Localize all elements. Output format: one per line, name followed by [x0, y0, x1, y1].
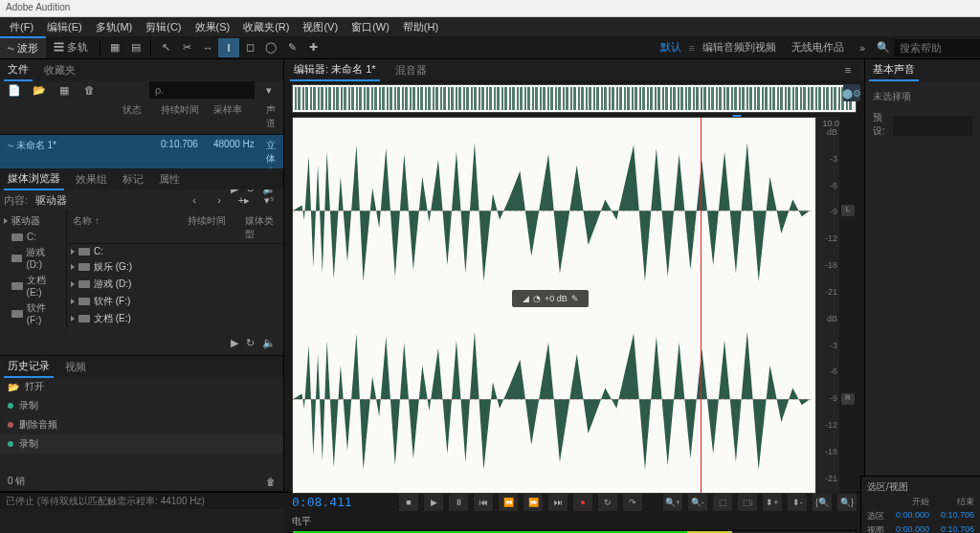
move-tool-icon[interactable]: ↖ — [155, 38, 176, 57]
menu-favorites[interactable]: 收藏夹(R) — [237, 18, 295, 36]
heal-tool-icon[interactable]: ✚ — [302, 38, 323, 57]
tab-markers[interactable]: 标记 — [119, 169, 147, 189]
menu-edit[interactable]: 编辑(E) — [41, 18, 88, 36]
menu-view[interactable]: 视图(V) — [297, 18, 344, 36]
help-search-input[interactable] — [894, 39, 980, 56]
tab-files[interactable]: 文件 — [4, 59, 33, 81]
list-item[interactable]: 游戏 (D:) — [69, 276, 281, 293]
skip-selection-button[interactable]: ↷ — [623, 494, 642, 511]
menu-effects[interactable]: 效果(S) — [189, 18, 236, 36]
menu-window[interactable]: 窗口(W) — [345, 18, 395, 36]
zoom-out-v-icon[interactable]: ⬍- — [788, 494, 807, 511]
files-search-input[interactable] — [149, 81, 255, 99]
marquee-tool-icon[interactable]: ◻ — [239, 38, 260, 57]
main-toolbar: ⏦ 波形 ☰ 多轨 ▦ ▤ ↖ ✂ ↔ I ◻ ◯ ✎ ✚ 默认 ≡ 编辑音频到… — [0, 36, 980, 59]
tree-f[interactable]: 软件 (F:) — [2, 300, 64, 327]
zoom-out-icon[interactable]: 🔍- — [688, 494, 707, 511]
import-icon[interactable]: 🗑 — [78, 80, 100, 100]
workspace-radio[interactable]: 无线电作品 — [784, 40, 852, 55]
editor-menu-icon[interactable]: ≡ — [837, 60, 858, 79]
zoom-out-point-icon[interactable]: 🔍} — [837, 494, 857, 511]
autoplay-icon[interactable]: 🔈 — [262, 337, 276, 349]
nav-up-icon[interactable]: +▸ — [234, 190, 255, 210]
hud-pin-icon: ✎ — [571, 294, 579, 303]
timecode-display[interactable]: 0:08.411 — [292, 495, 388, 509]
play-button[interactable]: ▶ — [424, 494, 443, 511]
tab-essential-sound[interactable]: 基本声音 — [869, 59, 919, 81]
selection-end[interactable]: 0:10.706 — [937, 510, 974, 522]
zoom-full-icon[interactable]: ⬚ — [713, 494, 732, 511]
spectral-pitch-icon[interactable]: ▤ — [125, 38, 146, 57]
left-channel-badge[interactable]: L — [841, 205, 855, 216]
filter-icon[interactable]: ▾ — [258, 80, 279, 100]
loop-icon[interactable]: ↻ — [246, 337, 255, 349]
tree-drives[interactable]: 驱动器 — [2, 212, 64, 230]
play-icon[interactable]: ▶ — [231, 337, 238, 349]
workspace-edit-audio-to-video[interactable]: 编辑音频到视频 — [695, 40, 784, 55]
menu-clip[interactable]: 剪辑(C) — [140, 18, 187, 36]
nav-fwd-icon[interactable]: › — [209, 190, 230, 210]
record-file-icon[interactable]: ▦ — [54, 80, 75, 100]
view-end[interactable]: 0:10.706 — [937, 524, 974, 533]
menu-help[interactable]: 帮助(H) — [397, 18, 444, 36]
tab-video[interactable]: 视频 — [61, 357, 90, 377]
channel-settings-icon[interactable]: ⬤⚙ — [843, 84, 860, 101]
brush-tool-icon[interactable]: ✎ — [281, 38, 302, 57]
stop-button[interactable]: ■ — [399, 494, 418, 511]
browser-filter-icon[interactable]: ▾ˢ — [258, 190, 279, 210]
loop-button[interactable]: ↻ — [598, 494, 617, 511]
view-start[interactable]: 0:00.000 — [892, 524, 929, 533]
forward-button[interactable]: ⏩ — [523, 494, 543, 511]
list-item[interactable]: 文档 (E:) — [69, 310, 281, 327]
record-button[interactable]: ● — [573, 494, 592, 511]
tree-c[interactable]: C: — [2, 230, 64, 244]
view-multitrack-tab[interactable]: ☰ 多轨 — [46, 37, 96, 57]
lasso-tool-icon[interactable]: ◯ — [260, 38, 281, 57]
content-value[interactable]: 驱动器 — [32, 193, 71, 208]
workspace-more-icon[interactable]: » — [852, 38, 873, 57]
tree-e[interactable]: 文档 (E:) — [2, 272, 64, 300]
tab-editor[interactable]: 编辑器: 未命名 1* — [290, 59, 380, 81]
history-item[interactable]: 📂打开 — [0, 377, 283, 396]
nav-back-icon[interactable]: ‹ — [184, 190, 205, 210]
menu-file[interactable]: 件(F) — [4, 18, 39, 36]
tree-d[interactable]: 游戏 (D:) — [2, 244, 64, 272]
tab-media-browser[interactable]: 媒体浏览器 — [4, 168, 64, 190]
tab-effects-rack[interactable]: 效果组 — [72, 169, 111, 189]
time-select-tool-icon[interactable]: I — [218, 38, 239, 57]
list-item[interactable]: 软件 (F:) — [69, 293, 281, 310]
new-file-icon[interactable]: 📄 — [4, 80, 25, 100]
rewind-button[interactable]: ⏪ — [499, 494, 518, 511]
history-item[interactable]: 录制 — [0, 434, 283, 454]
volume-hud[interactable]: ◢ ◔ +0 dB ✎ — [512, 290, 589, 307]
zoom-in-icon[interactable]: 🔍+ — [663, 494, 682, 511]
tab-favorites[interactable]: 收藏夹 — [40, 60, 79, 80]
zoom-sel-icon[interactable]: ⬚ᵢ — [738, 494, 757, 511]
preset-search-input[interactable] — [893, 116, 972, 136]
list-item[interactable]: 娱乐 (G:) — [69, 258, 281, 276]
zoom-in-v-icon[interactable]: ⬍+ — [763, 494, 782, 511]
slip-tool-icon[interactable]: ↔ — [197, 38, 218, 57]
tab-properties[interactable]: 属性 — [155, 169, 184, 189]
open-file-icon[interactable]: 📂 — [29, 80, 50, 100]
spectral-freq-icon[interactable]: ▦ — [104, 38, 125, 57]
list-item[interactable]: C: — [69, 244, 281, 258]
history-item[interactable]: 录制 — [0, 396, 283, 415]
workspace-default[interactable]: 默认 — [653, 40, 689, 55]
selection-start[interactable]: 0:00.000 — [892, 510, 929, 522]
overview-waveform[interactable] — [292, 84, 857, 113]
zoom-in-point-icon[interactable]: {🔍 — [813, 494, 832, 511]
playhead-line[interactable] — [701, 118, 702, 493]
trash-icon[interactable]: 🗑 — [266, 477, 276, 487]
tab-history[interactable]: 历史记录 — [4, 356, 54, 378]
waveform-display[interactable]: ◢ ◔ +0 dB ✎ — [292, 117, 816, 494]
razor-tool-icon[interactable]: ✂ — [176, 38, 197, 57]
tab-mixer[interactable]: 混音器 — [391, 60, 431, 80]
right-channel-badge[interactable]: R — [841, 393, 855, 405]
history-item[interactable]: 删除音频 — [0, 415, 283, 434]
go-start-button[interactable]: ⏮ — [474, 494, 493, 511]
menu-multitrack[interactable]: 多轨(M) — [90, 18, 139, 36]
pause-button[interactable]: ⏸ — [449, 494, 468, 511]
go-end-button[interactable]: ⏭ — [548, 494, 568, 511]
view-waveform-tab[interactable]: ⏦ 波形 — [0, 36, 46, 58]
